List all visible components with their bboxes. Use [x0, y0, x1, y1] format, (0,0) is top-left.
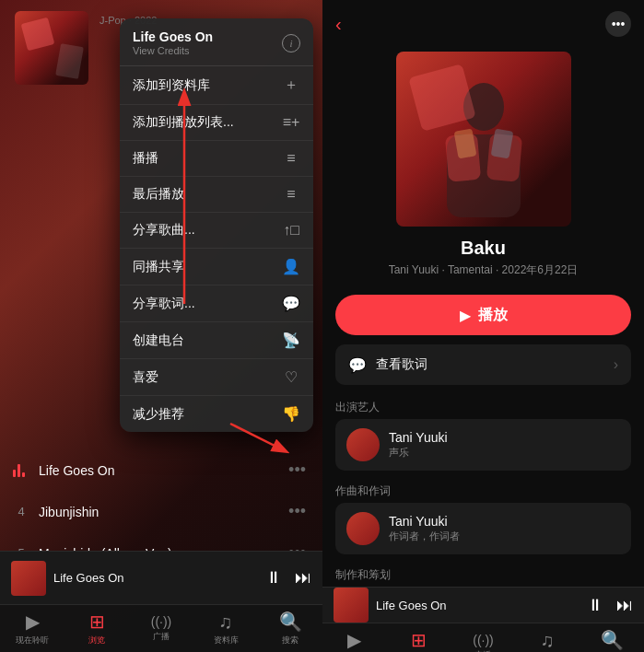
menu-share-lyrics[interactable]: 分享歌词... 💬 [120, 285, 313, 322]
song-playing-indicator [13, 464, 29, 477]
radio-icon: 📡 [282, 332, 300, 349]
play-large-label: 播放 [478, 306, 508, 325]
player-controls: ⏸ ⏭ [265, 568, 311, 588]
right-nav-search[interactable]: 🔍 搜索 [580, 623, 644, 652]
right-nav-radio[interactable]: ((·)) 广播 [451, 627, 516, 652]
right-player-song: Life Goes On [376, 599, 580, 612]
radio-nav-icon: ((·)) [151, 614, 172, 629]
eq-bar-2 [18, 464, 20, 477]
right-bottom-nav: ▶ 现在聆听 ⊞ 浏览 ((·)) 广播 ♫ 资料库 🔍 搜索 [322, 623, 644, 652]
search-icon: 🔍 [279, 611, 302, 633]
right-library-icon: ♫ [541, 630, 555, 651]
performer-card[interactable]: Tani Yuuki 声乐 [335, 419, 631, 471]
plus-icon: ＋ [282, 76, 300, 95]
right-pause-button[interactable]: ⏸ [587, 596, 603, 615]
song-num-4: 4 [13, 505, 29, 518]
menu-play-last[interactable]: 最后播放 ≡ [120, 177, 313, 213]
performer-section-title: 出演艺人 [322, 394, 644, 419]
now-playing-icon: ▶ [26, 611, 40, 633]
song-item-4[interactable]: 4 Jibunjishin ••• [0, 491, 322, 532]
right-album-art [396, 52, 571, 227]
performer-role: 声乐 [389, 446, 448, 460]
menu-love-label: 喜爱 [133, 369, 158, 386]
person-plus-icon: 👤 [282, 258, 300, 275]
menu-less-recommend[interactable]: 减少推荐 👎 [120, 396, 313, 432]
eq-bar-3 [22, 472, 25, 477]
menu-share-lyrics-label: 分享歌词... [133, 296, 195, 312]
nav-radio[interactable]: ((·)) 广播 [129, 609, 193, 648]
pause-button[interactable]: ⏸ [265, 568, 282, 588]
song-more-5[interactable]: ••• [285, 540, 310, 551]
performer-name: Tani Yuuki [389, 430, 448, 445]
dislike-icon: 👎 [282, 405, 300, 423]
song-list: Life Goes On ••• 4 Jibunjishin ••• 5 Mou… [0, 442, 322, 551]
right-panel: ‹ ••• Baku Tani Yuuki · Tamentai · 2022年… [322, 0, 644, 652]
right-player-bar: Life Goes On ⏸ ⏭ [322, 587, 644, 623]
menu-love[interactable]: 喜爱 ♡ [120, 359, 313, 396]
producer-section-title: 制作和筹划 [322, 562, 644, 587]
right-player-title: Life Goes On [376, 599, 580, 612]
right-now-playing-icon: ▶ [347, 629, 361, 651]
composer-card[interactable]: Tani Yuuki 作词者，作词者 [335, 503, 631, 554]
right-song-info: Baku Tani Yuuki · Tamentai · 2022年6月22日 [322, 238, 644, 287]
nav-search[interactable]: 🔍 搜索 [258, 605, 322, 652]
search-label: 搜索 [282, 635, 299, 646]
right-nav-now-playing[interactable]: ▶ 现在聆听 [322, 623, 387, 652]
menu-less-recommend-label: 减少推荐 [133, 406, 184, 423]
composer-info: Tani Yuuki 作词者，作词者 [389, 514, 460, 543]
browse-icon: ⊞ [89, 611, 105, 633]
left-content: J-Pop · 2022 Life Goes On View Credits i… [0, 0, 322, 652]
right-nav-library[interactable]: ♫ 资料库 [515, 624, 580, 653]
right-player-controls: ⏸ ⏭ [587, 596, 633, 615]
menu-share-song-label: 分享歌曲... [133, 222, 195, 239]
menu-header: Life Goes On View Credits i [120, 18, 313, 66]
song-item-5[interactable]: 5 Mouichido (Album Ver.) ••• [0, 532, 322, 551]
info-icon[interactable]: i [282, 34, 300, 52]
composer-role: 作词者，作词者 [389, 530, 460, 543]
song-title-4: Jibunjishin [39, 505, 275, 519]
song-title-3: Life Goes On [39, 463, 275, 478]
right-song-meta: Tani Yuuki · Tamentai · 2022年6月22日 [335, 262, 631, 278]
song-item-3[interactable]: Life Goes On ••• [0, 449, 322, 491]
lyrics-icon: 💬 [282, 295, 300, 312]
menu-create-station[interactable]: 创建电台 📡 [120, 322, 313, 359]
context-menu: Life Goes On View Credits i 添加到资料库 ＋ 添加到… [120, 18, 313, 432]
share-icon: ↑□ [282, 222, 300, 239]
now-playing-label: 现在聆听 [16, 635, 49, 646]
person-silhouette [428, 79, 539, 227]
menu-add-library[interactable]: 添加到资料库 ＋ [120, 66, 313, 105]
library-label: 资料库 [214, 635, 239, 646]
composer-avatar [346, 512, 380, 545]
right-header: ‹ ••• [322, 0, 644, 42]
nav-browse[interactable]: ⊞ 浏览 [64, 605, 129, 652]
menu-add-playlist[interactable]: 添加到播放列表... ≡+ [120, 105, 313, 141]
menu-shareplay-label: 同播共享 [133, 259, 184, 275]
right-search-icon: 🔍 [601, 629, 624, 651]
player-thumbnail [11, 561, 46, 596]
skip-forward-button[interactable]: ⏭ [295, 568, 311, 588]
right-song-title: Baku [335, 238, 631, 259]
song-more-4[interactable]: ••• [285, 498, 310, 525]
play-large-button[interactable]: ▶ 播放 [335, 295, 631, 335]
performer-avatar [346, 428, 380, 461]
menu-title: Life Goes On [133, 29, 213, 44]
song-more-3[interactable]: ••• [285, 457, 310, 483]
more-options-button[interactable]: ••• [605, 11, 631, 37]
menu-play[interactable]: 播播 ≡ [120, 141, 313, 177]
lyrics-bubble-icon: 💬 [348, 356, 367, 374]
svg-point-3 [463, 83, 504, 131]
nav-now-playing[interactable]: ▶ 现在聆听 [0, 605, 64, 652]
menu-subtitle: View Credits [133, 45, 213, 56]
lyrics-row[interactable]: 💬 查看歌词 › [335, 344, 631, 385]
heart-icon: ♡ [282, 368, 300, 386]
menu-share-song[interactable]: 分享歌曲... ↑□ [120, 213, 313, 249]
menu-shareplay[interactable]: 同播共享 👤 [120, 249, 313, 285]
right-skip-forward-button[interactable]: ⏭ [616, 596, 633, 615]
back-button[interactable]: ‹ [335, 14, 342, 35]
right-nav-browse[interactable]: ⊞ 浏览 [387, 623, 451, 652]
nav-library[interactable]: ♫ 资料库 [193, 606, 258, 652]
menu-add-library-label: 添加到资料库 [133, 77, 210, 94]
album-thumbnail [15, 11, 88, 85]
menu-play-last-label: 最后播放 [133, 186, 184, 203]
performer-info: Tani Yuuki 声乐 [389, 430, 448, 460]
